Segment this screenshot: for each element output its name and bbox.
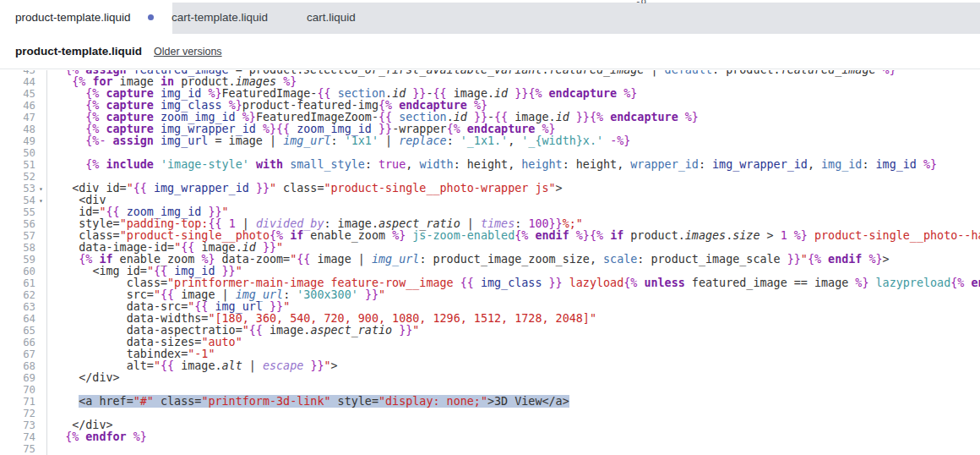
code-line[interactable]: {% capture img_class %}product-featured-…: [46, 100, 487, 112]
fold-toggle-icon[interactable]: ▾: [35, 183, 46, 195]
code-line[interactable]: data-sizes="auto": [46, 337, 242, 348]
older-versions-link[interactable]: Older versions: [154, 46, 222, 58]
code-row: 57 class="product-single__photo{% if ena…: [0, 230, 980, 242]
code-line[interactable]: data-widths="[180, 360, 540, 720, 900, 1…: [46, 313, 596, 325]
gutter-cell: 62: [0, 289, 46, 301]
code-line[interactable]: {% capture img_wrapper_id %}{{ zoom_img_…: [46, 123, 556, 135]
selected-text[interactable]: <a href="#" class="printform-3d-link" st…: [79, 395, 569, 408]
gutter-cell: 48: [0, 123, 46, 135]
code-line[interactable]: data-src="{{ img_url }}": [46, 301, 290, 313]
gutter-cell: 46: [0, 100, 46, 112]
code-line[interactable]: </div>: [46, 419, 113, 431]
code-row: 55 id="{{ zoom_img_id }}": [0, 206, 980, 218]
gutter-cell: 57: [0, 230, 46, 242]
line-number: 45: [0, 88, 35, 100]
line-number: 69: [0, 372, 35, 384]
gutter-cell: 54▾: [0, 195, 46, 206]
gutter-cell: 65: [0, 325, 46, 337]
code-line[interactable]: id="{{ zoom_img_id }}": [46, 206, 229, 218]
code-line[interactable]: style="padding-top:{{ 1 | divided_by: im…: [46, 218, 583, 230]
line-number: 57: [0, 230, 35, 242]
code-line[interactable]: [46, 443, 52, 455]
line-number: 73: [0, 419, 35, 431]
fold-toggle-icon[interactable]: ▾: [35, 195, 46, 206]
tab-label: product-template.liquid: [15, 11, 131, 24]
tab-cart-liquid[interactable]: cart.liquid: [307, 0, 356, 34]
code-row: 72: [0, 408, 980, 419]
code-line[interactable]: [46, 171, 52, 183]
code-line[interactable]: {% capture img_id %}FeaturedImage-{{ sec…: [46, 88, 637, 100]
gutter-cell: 66: [0, 337, 46, 348]
line-number: 63: [0, 301, 35, 313]
code-line[interactable]: tabindex="-1": [46, 348, 215, 360]
code-row: 45 {% capture img_id %}FeaturedImage-{{ …: [0, 88, 980, 100]
code-row: 68 alt="{{ image.alt | escape }}">: [0, 360, 980, 372]
fold-slot: [35, 384, 46, 396]
gutter-cell: 43: [0, 70, 46, 76]
line-number: 61: [0, 277, 35, 289]
code-row: 56 style="padding-top:{{ 1 | divided_by:…: [0, 218, 980, 230]
gutter-cell: 47: [0, 112, 46, 123]
gutter-cell: 69: [0, 372, 46, 384]
gutter-cell: 63: [0, 301, 46, 313]
code-row: 51 {% include 'image-style' with small_s…: [0, 159, 980, 171]
gutter-cell: 59: [0, 254, 46, 266]
code-line[interactable]: <div: [46, 195, 106, 206]
gutter-cell: 44: [0, 76, 46, 88]
fold-slot: [35, 372, 46, 384]
code-line[interactable]: class="printformer-main-image feature-ro…: [46, 277, 980, 289]
line-number: 44: [0, 76, 35, 88]
line-number: 58: [0, 242, 35, 254]
code-line[interactable]: {% capture zoom_img_id %}FeaturedImageZo…: [46, 112, 699, 123]
gutter-cell: 51: [0, 159, 46, 171]
code-row: 65 data-aspectratio="{{ image.aspect_rat…: [0, 325, 980, 337]
fold-slot: [35, 360, 46, 372]
code-line[interactable]: [46, 408, 52, 419]
fold-slot: [35, 348, 46, 360]
gutter-cell: 71: [0, 396, 46, 408]
fold-slot: [35, 266, 46, 277]
code-line[interactable]: </div>: [46, 372, 120, 384]
code-line[interactable]: [46, 147, 52, 159]
fold-slot: [35, 123, 46, 135]
code-line[interactable]: alt="{{ image.alt | escape }}">: [46, 360, 338, 372]
code-editor[interactable]: 43 {% assign featured_image = product.se…: [0, 70, 980, 455]
fold-slot: [35, 76, 46, 88]
unsaved-changes-dot-icon: [148, 14, 154, 20]
fold-slot: [35, 301, 46, 313]
code-line[interactable]: data-image-id="{{ image.id }}": [46, 242, 283, 254]
tab-label: cart.liquid: [307, 11, 356, 24]
line-number: 59: [0, 254, 35, 266]
tab-label: cart-template.liquid: [172, 11, 268, 24]
code-row: 75: [0, 443, 980, 455]
fold-slot: [35, 337, 46, 348]
code-line[interactable]: {% if enable_zoom %} data-zoom="{{ image…: [46, 254, 890, 266]
tab-cart-template-liquid[interactable]: cart-template.liquid: [172, 0, 268, 34]
code-line[interactable]: <div id="{{ img_wrapper_id }}" class="pr…: [46, 183, 563, 195]
code-line[interactable]: {% endfor %}: [46, 431, 147, 443]
fold-slot: [35, 431, 46, 443]
code-line[interactable]: {% for image in product.images %}: [46, 76, 297, 88]
fold-slot: [35, 396, 46, 408]
code-line[interactable]: class="product-single__photo{% if enable…: [46, 230, 980, 242]
editor-tab-bar: product-template.liquid cart-template.li…: [0, 0, 980, 34]
fold-slot: [35, 112, 46, 123]
code-line[interactable]: <a href="#" class="printform-3d-link" st…: [46, 396, 569, 408]
code-row: 71 <a href="#" class="printform-3d-link"…: [0, 396, 980, 408]
line-number: 55: [0, 206, 35, 218]
tab-product-template-liquid[interactable]: product-template.liquid: [0, 0, 172, 34]
code-line[interactable]: <img id="{{ img_id }}": [46, 266, 242, 277]
code-line[interactable]: {%- assign img_url = image | img_url: '1…: [46, 135, 630, 147]
line-number: 68: [0, 360, 35, 372]
code-line[interactable]: data-aspectratio="{{ image.aspect_ratio …: [46, 325, 419, 337]
code-row: 63 data-src="{{ img_url }}": [0, 301, 980, 313]
fold-slot: [35, 325, 46, 337]
code-row: 59 {% if enable_zoom %} data-zoom="{{ im…: [0, 254, 980, 266]
code-line[interactable]: [46, 384, 52, 396]
fold-slot: [35, 171, 46, 183]
code-line[interactable]: src="{{ image | img_url: '300x300' }}": [46, 289, 385, 301]
clipped-text-fragment: -o: [635, 0, 651, 3]
code-line[interactable]: {% include 'image-style' with small_styl…: [46, 159, 937, 171]
code-row: 70: [0, 384, 980, 396]
gutter-cell: 70: [0, 384, 46, 396]
